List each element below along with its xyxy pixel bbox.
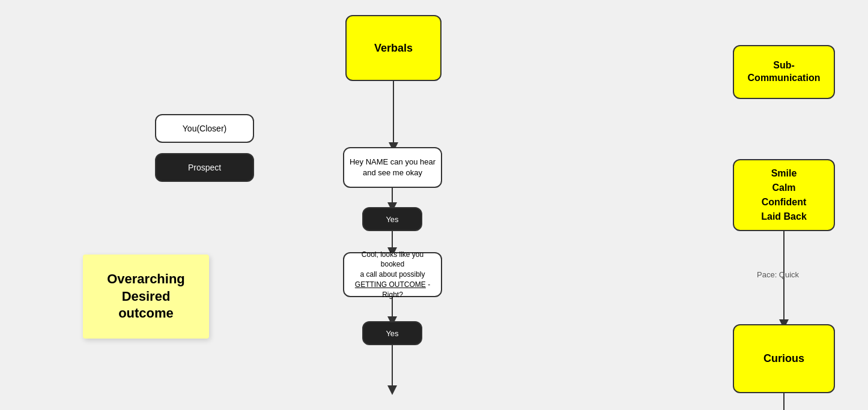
smile-calm-node: SmileCalmConfidentLaid Back bbox=[733, 159, 835, 231]
curious-node: Curious bbox=[733, 324, 835, 393]
overarching-label: OverarchingDesiredoutcome bbox=[107, 271, 185, 322]
yes1-node: Yes bbox=[362, 207, 422, 231]
overarching-node: OverarchingDesiredoutcome bbox=[83, 255, 209, 339]
prospect-node: Prospect bbox=[155, 153, 254, 182]
yes1-label: Yes bbox=[386, 215, 398, 224]
pace-text: Pace: Quick bbox=[757, 270, 799, 279]
cool-looks-label: Cool, looks like you bookeda call about … bbox=[350, 250, 435, 300]
hey-name-node: Hey NAME can you hearand see me okay bbox=[343, 147, 442, 188]
you-closer-node: You(Closer) bbox=[155, 114, 254, 143]
pace-label: Pace: Quick bbox=[757, 270, 799, 279]
curious-label: Curious bbox=[763, 352, 804, 365]
sub-communication-node: Sub-Communication bbox=[733, 45, 835, 99]
verbals-label: Verbals bbox=[374, 42, 413, 55]
verbals-node: Verbals bbox=[345, 15, 442, 81]
you-closer-label: You(Closer) bbox=[183, 124, 226, 133]
yes2-node: Yes bbox=[362, 321, 422, 345]
cool-looks-node: Cool, looks like you bookeda call about … bbox=[343, 252, 442, 297]
hey-name-label: Hey NAME can you hearand see me okay bbox=[350, 157, 436, 178]
prospect-label: Prospect bbox=[188, 163, 221, 172]
smile-calm-label: SmileCalmConfidentLaid Back bbox=[761, 166, 807, 224]
canvas: Verbals You(Closer) Prospect Hey NAME ca… bbox=[0, 0, 868, 410]
sub-communication-label: Sub-Communication bbox=[748, 59, 821, 85]
yes2-label: Yes bbox=[386, 329, 398, 338]
